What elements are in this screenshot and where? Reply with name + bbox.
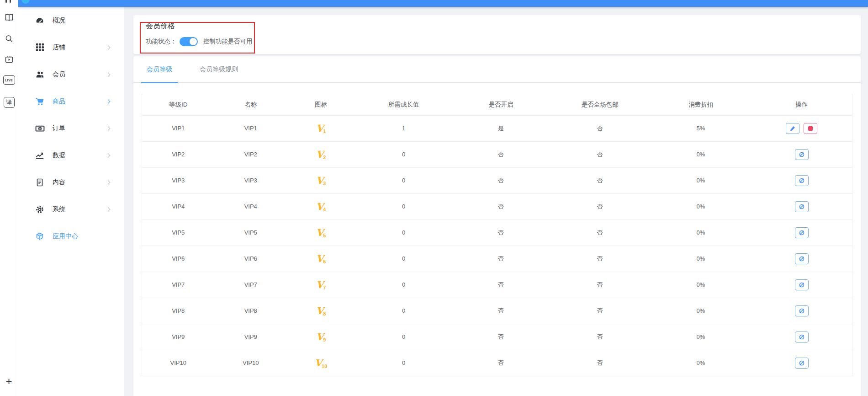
cell-icon: V8 (287, 298, 355, 324)
col-discount: 消费折扣 (651, 94, 752, 115)
cell-enabled: 否 (452, 193, 550, 219)
cell-level-id: VIP2 (142, 141, 215, 167)
col-enabled: 是否开启 (452, 94, 550, 115)
cell-discount: 0% (651, 272, 752, 298)
sync-icon (799, 230, 805, 236)
cell-discount: 0% (651, 350, 752, 376)
table-row: VIP4 VIP4 V4 0 否 否 0% (142, 193, 852, 219)
sync-button[interactable] (795, 175, 809, 186)
orders-icon: 0 (35, 124, 45, 133)
sync-icon (799, 177, 805, 184)
cell-enabled: 否 (452, 298, 550, 324)
cell-free-shipping: 否 (550, 298, 651, 324)
sync-icon (799, 203, 805, 210)
sidebar-item-label: 系统 (53, 205, 65, 214)
cell-name: VIP1 (215, 115, 287, 141)
sync-button[interactable] (795, 227, 809, 238)
cell-growth: 1 (355, 115, 452, 141)
stop-button[interactable] (804, 123, 817, 134)
status-label: 功能状态： (146, 37, 177, 46)
cell-growth: 0 (355, 246, 452, 272)
table-row: VIP5 VIP5 V5 0 否 否 0% (142, 219, 852, 246)
cell-enabled: 否 (452, 324, 550, 350)
sidebar-item-label: 应用中心 (53, 232, 78, 241)
member-level-card: 会员等级 会员等级规则 等级ID 名称 图标 所需成长值 是否开启 是否全场包邮 (133, 56, 861, 396)
sync-button[interactable] (795, 253, 809, 264)
cell-discount: 0% (651, 167, 752, 193)
sidebar-item-orders[interactable]: 0 订单 (18, 115, 124, 142)
sync-button[interactable] (795, 305, 809, 316)
sidebar-item-app-center[interactable]: 应用中心 (18, 223, 124, 250)
vip-level-icon: V1 (316, 126, 326, 133)
cell-growth: 0 (355, 193, 452, 219)
cell-discount: 0% (651, 141, 752, 167)
sync-icon (799, 282, 805, 288)
vip-level-icon: V6 (316, 257, 326, 263)
col-free-shipping: 是否全场包邮 (550, 94, 651, 115)
cell-free-shipping: 否 (550, 272, 651, 298)
cell-free-shipping: 否 (550, 324, 651, 350)
cell-level-id: VIP6 (142, 246, 215, 272)
vip-level-icon: V9 (316, 335, 326, 342)
sidebar-item-members[interactable]: 会员 (18, 61, 124, 88)
video-icon[interactable] (5, 55, 14, 64)
sync-button[interactable] (795, 279, 809, 290)
tab-member-level[interactable]: 会员等级 (141, 56, 178, 83)
cell-free-shipping: 否 (550, 219, 651, 246)
cell-actions (751, 324, 852, 350)
sidebar-item-overview[interactable]: 概况 (18, 7, 124, 34)
cell-level-id: VIP9 (142, 324, 215, 350)
sidebar-item-shop[interactable]: 店铺 (18, 34, 124, 61)
feature-toggle[interactable] (180, 37, 198, 46)
sidebar-item-label: 商品 (53, 97, 65, 106)
cutoff-icon (5, 0, 7, 3)
table-row: VIP8 VIP8 V8 0 否 否 0% (142, 298, 852, 324)
sync-button[interactable] (795, 332, 809, 342)
sync-button[interactable] (795, 201, 809, 212)
sync-icon (799, 334, 805, 340)
cell-actions (751, 219, 852, 246)
vip-level-icon: V3 (316, 178, 326, 185)
sync-button[interactable] (795, 358, 809, 369)
cell-free-shipping: 否 (550, 115, 651, 141)
table-body: VIP1 VIP1 V1 1 是 否 5% VIP2 VIP2 V2 0 否 否… (142, 115, 852, 376)
book-icon[interactable] (5, 13, 14, 22)
sidebar-item-label: 概况 (53, 16, 65, 25)
cell-discount: 0% (651, 324, 752, 350)
col-icon: 图标 (287, 94, 355, 115)
cell-discount: 0% (651, 193, 752, 219)
sidebar-item-label: 订单 (53, 124, 65, 133)
translate-icon[interactable]: 译 (4, 97, 15, 108)
content-icon (35, 178, 45, 187)
table-row: VIP2 VIP2 V2 0 否 否 0% (142, 141, 852, 167)
sidebar-item-products[interactable]: 商品 (18, 88, 124, 115)
cell-name: VIP8 (215, 298, 287, 324)
cell-actions (751, 193, 852, 219)
sidebar-item-data[interactable]: 数据 (18, 142, 124, 169)
sidebar-item-system[interactable]: 系统 (18, 196, 124, 223)
cell-free-shipping: 否 (550, 246, 651, 272)
cell-name: VIP9 (215, 324, 287, 350)
cell-discount: 0% (651, 246, 752, 272)
cell-level-id: VIP3 (142, 167, 215, 193)
cell-level-id: VIP5 (142, 219, 215, 246)
sync-icon (799, 151, 805, 158)
chevron-right-icon (106, 126, 111, 131)
col-actions: 操作 (751, 94, 852, 115)
sidebar-item-content[interactable]: 内容 (18, 169, 124, 196)
cell-actions (751, 141, 852, 167)
tab-member-level-rules[interactable]: 会员等级规则 (194, 56, 243, 83)
search-icon[interactable] (5, 34, 14, 43)
add-icon[interactable]: + (5, 375, 12, 388)
edit-button[interactable] (786, 123, 799, 134)
live-icon[interactable]: LIVE (3, 75, 15, 85)
sidebar-item-label: 内容 (53, 178, 65, 187)
cell-enabled: 否 (452, 246, 550, 272)
chevron-right-icon (106, 207, 111, 212)
table-row: VIP7 VIP7 V7 0 否 否 0% (142, 272, 852, 298)
sidebar-item-label: 会员 (53, 70, 65, 79)
stop-square-icon (808, 126, 813, 131)
logo-circle-icon (21, 0, 30, 4)
sync-button[interactable] (795, 149, 809, 160)
table-row: VIP3 VIP3 V3 0 否 否 0% (142, 167, 852, 193)
